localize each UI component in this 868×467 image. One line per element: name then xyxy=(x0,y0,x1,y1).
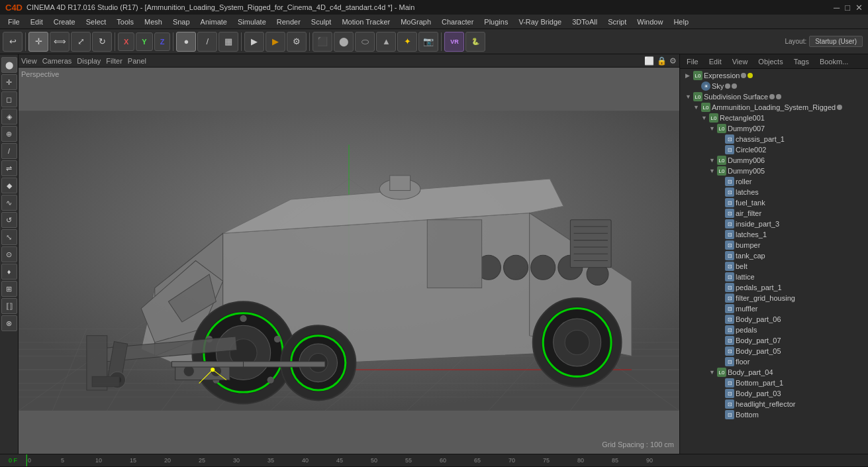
left-extrude-btn[interactable]: ⊕ xyxy=(1,126,17,142)
menu-item-sculpt[interactable]: Sculpt xyxy=(306,17,337,27)
tree-item-chassis[interactable]: ⊡ chassis_part_1 xyxy=(680,134,868,144)
tree-arrow-subdivision[interactable]: ▼ xyxy=(685,93,693,100)
edge-mode-button[interactable]: / xyxy=(197,32,217,52)
left-mirror-btn[interactable]: ⟦⟧ xyxy=(1,298,17,314)
viewport-tab-filter[interactable]: Filter xyxy=(106,57,122,65)
left-bridge-btn[interactable]: ⇌ xyxy=(1,160,17,176)
tree-item-muffler[interactable]: ⊡ muffler xyxy=(680,303,868,314)
object-tree[interactable]: ▶ L0 Expression ☀ Sky ▼ L0 Subdivision xyxy=(680,69,868,454)
tree-item-latches-1[interactable]: ⊡ latches_1 xyxy=(680,229,868,240)
left-weld-btn[interactable]: ◆ xyxy=(1,178,17,193)
left-rotate-btn[interactable]: ↺ xyxy=(1,212,17,228)
tree-item-roller[interactable]: ⊡ roller xyxy=(680,176,868,187)
tree-item-headlight[interactable]: ⊡ headlight_reflector xyxy=(680,399,868,409)
select-button[interactable]: ✛ xyxy=(28,32,48,52)
render-settings-button[interactable]: ⚙ xyxy=(287,32,307,52)
undo-button[interactable]: ↩ xyxy=(3,32,23,52)
tree-item-bottom-part-1[interactable]: ⊡ Bottom_part_1 xyxy=(680,378,868,388)
menu-item-mograph[interactable]: MoGraph xyxy=(395,17,436,27)
tree-item-body-part-03[interactable]: ⊡ Body_part_03 xyxy=(680,388,868,399)
viewport-lock-icon[interactable]: 🔒 xyxy=(657,56,667,66)
om-tab-objects[interactable]: Objects xyxy=(754,56,787,67)
left-weight-btn[interactable]: ⊞ xyxy=(1,281,17,297)
tree-item-air-filter[interactable]: ⊡ air_filter xyxy=(680,208,868,219)
tree-item-bumper[interactable]: ⊡ bumper xyxy=(680,240,868,250)
camera-button[interactable]: 📷 xyxy=(418,32,438,52)
viewport-config-icon[interactable]: ⚙ xyxy=(669,56,677,66)
tree-item-body-part-04[interactable]: ▼ L0 Body_part_04 xyxy=(680,367,868,378)
render-preview-button[interactable]: ▶ xyxy=(244,32,264,52)
tree-arrow-expression[interactable]: ▶ xyxy=(685,72,693,79)
cube-button[interactable]: ⬛ xyxy=(313,32,332,52)
menu-item-script[interactable]: Script xyxy=(603,17,632,27)
cylinder-button[interactable]: ⬭ xyxy=(355,32,375,52)
left-select-btn[interactable]: ✛ xyxy=(1,74,17,90)
tree-arrow-dummy007[interactable]: ▼ xyxy=(709,125,717,132)
tree-item-dummy005[interactable]: ▼ L0 Dummy005 xyxy=(680,166,868,176)
left-rivet-btn[interactable]: ⊗ xyxy=(1,315,17,331)
menu-item-select[interactable]: Select xyxy=(81,17,112,27)
y-axis-button[interactable]: Y xyxy=(136,32,152,51)
left-sculpt-btn[interactable]: ♦ xyxy=(1,264,17,280)
sphere-button[interactable]: ⬤ xyxy=(334,32,354,52)
menu-item-help[interactable]: Help xyxy=(668,17,694,27)
viewport-tab-display[interactable]: Display xyxy=(77,57,101,65)
menu-item-window[interactable]: Window xyxy=(632,17,668,27)
tree-arrow-dummy006[interactable]: ▼ xyxy=(709,157,717,164)
tree-arrow-ammo[interactable]: ▼ xyxy=(693,104,701,111)
timeline-ruler[interactable]: 0 F 0 5 10 15 20 25 30 35 40 45 50 55 60… xyxy=(0,454,868,467)
left-lasso-btn[interactable]: ◻ xyxy=(1,91,17,107)
tree-item-dummy007[interactable]: ▼ L0 Dummy007 xyxy=(680,123,868,134)
left-move-btn[interactable]: ⬤ xyxy=(1,57,17,73)
python-button[interactable]: 🐍 xyxy=(465,32,485,52)
point-mode-button[interactable]: ● xyxy=(176,32,196,52)
tree-item-bottom[interactable]: ⊡ Bottom xyxy=(680,409,868,420)
maximize-btn[interactable]: □ xyxy=(845,3,850,13)
tree-item-inside-part-3[interactable]: ⊡ inside_part_3 xyxy=(680,219,868,229)
tree-item-expression[interactable]: ▶ L0 Expression xyxy=(680,70,868,81)
menu-item-v-ray-bridge[interactable]: V-Ray Bridge xyxy=(513,17,567,27)
tree-item-lattice[interactable]: ⊡ lattice xyxy=(680,272,868,282)
tree-item-pedals-part-1[interactable]: ⊡ pedals_part_1 xyxy=(680,282,868,293)
left-spline-btn[interactable]: ∿ xyxy=(1,195,17,211)
tree-item-circle002[interactable]: ⊡ Circle002 xyxy=(680,144,868,155)
tree-item-filter-grid[interactable]: ⊡ filter_grid_housing xyxy=(680,293,868,303)
left-scale-btn[interactable]: ⤡ xyxy=(1,229,17,245)
menu-item-character[interactable]: Character xyxy=(436,17,479,27)
menu-item-tools[interactable]: Tools xyxy=(111,17,139,27)
om-tab-view[interactable]: View xyxy=(728,56,752,67)
tree-item-ammo[interactable]: ▼ L0 Ammunition_Loading_System_Rigged xyxy=(680,102,868,113)
tree-item-body-part-07[interactable]: ⊡ Body_part_07 xyxy=(680,335,868,346)
menu-item-render[interactable]: Render xyxy=(271,17,306,27)
minimize-btn[interactable]: ─ xyxy=(834,3,840,13)
left-knife-btn[interactable]: / xyxy=(1,143,17,159)
viewport-maximize-icon[interactable]: ⬜ xyxy=(644,56,654,66)
viewport-tab-panel[interactable]: Panel xyxy=(128,57,146,65)
menu-item-plugins[interactable]: Plugins xyxy=(479,17,513,27)
menu-item-edit[interactable]: Edit xyxy=(25,17,48,27)
tree-item-dummy006[interactable]: ▼ L0 Dummy006 xyxy=(680,155,868,166)
om-tab-tags[interactable]: Tags xyxy=(790,56,813,67)
tree-item-latches[interactable]: ⊡ latches xyxy=(680,187,868,197)
tree-item-floor[interactable]: ⊡ floor xyxy=(680,356,868,367)
cone-button[interactable]: ▲ xyxy=(376,32,396,52)
tree-arrow-body-part-04[interactable]: ▼ xyxy=(709,369,717,376)
tree-item-belt[interactable]: ⊡ belt xyxy=(680,261,868,272)
tree-item-body-part-05[interactable]: ⊡ Body_part_05 xyxy=(680,346,868,356)
menu-item-motion-tracker[interactable]: Motion Tracker xyxy=(336,17,395,27)
light-button[interactable]: ✦ xyxy=(397,32,417,52)
tree-item-tank-cap[interactable]: ⊡ tank_cap xyxy=(680,250,868,261)
left-magnet-btn[interactable]: ⊙ xyxy=(1,246,17,262)
tree-item-body-part-06[interactable]: ⊡ Body_part_06 xyxy=(680,314,868,325)
tree-arrow-dummy005[interactable]: ▼ xyxy=(709,168,717,174)
tree-item-pedals[interactable]: ⊡ pedals xyxy=(680,325,868,335)
viewport[interactable]: Perspective Grid Spacing : 100 cm xyxy=(19,68,679,454)
close-btn[interactable]: ✕ xyxy=(855,3,863,13)
menu-item-create[interactable]: Create xyxy=(48,17,81,27)
tree-item-sky[interactable]: ☀ Sky xyxy=(680,81,868,91)
menu-item-3dtoall[interactable]: 3DToAll xyxy=(567,17,603,27)
layout-dropdown[interactable]: Startup (User) xyxy=(809,36,863,47)
scale-button[interactable]: ⤢ xyxy=(71,32,91,52)
tree-item-subdivision[interactable]: ▼ L0 Subdivision Surface xyxy=(680,91,868,102)
rotate-button[interactable]: ↻ xyxy=(92,32,112,52)
